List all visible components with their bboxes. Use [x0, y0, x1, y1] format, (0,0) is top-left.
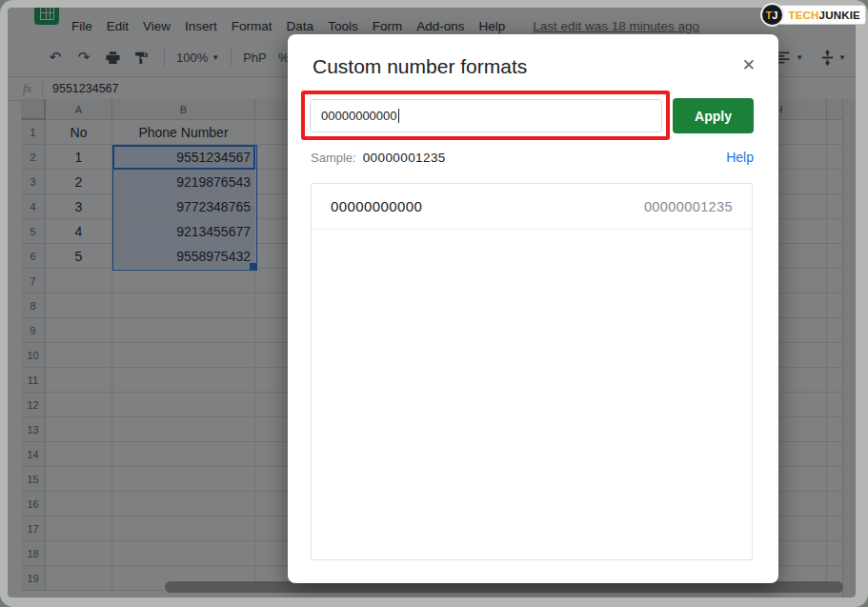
- format-input-value: 00000000000: [321, 109, 397, 123]
- sample-value: 00000001235: [363, 151, 446, 165]
- format-preview: 00000001235: [644, 199, 733, 214]
- sample-row: Sample: 00000001235 Help: [311, 150, 754, 165]
- techjunkie-watermark: TJ TECHJUNKIE: [760, 3, 867, 27]
- format-list-item[interactable]: 00000000000 00000001235: [312, 184, 752, 230]
- format-input[interactable]: 00000000000: [310, 99, 662, 132]
- help-link[interactable]: Help: [726, 150, 754, 165]
- format-pattern: 00000000000: [331, 198, 422, 214]
- sample-label: Sample:: [311, 151, 356, 165]
- custom-number-formats-dialog: Custom number formats ✕ 00000000000 Appl…: [288, 34, 778, 583]
- apply-button[interactable]: Apply: [673, 98, 754, 133]
- text-cursor: [398, 109, 399, 123]
- techjunkie-logo-icon: TJ: [760, 3, 784, 27]
- sheets-app: FileEditViewInsertFormatDataToolsFormAdd…: [8, 8, 856, 597]
- format-list: 00000000000 00000001235: [311, 183, 753, 560]
- close-icon[interactable]: ✕: [742, 55, 756, 75]
- techjunkie-brand-text: TECHJUNKIE: [778, 5, 867, 25]
- window-frame: FileEditViewInsertFormatDataToolsFormAdd…: [0, 0, 868, 607]
- dialog-title: Custom number formats: [313, 55, 527, 78]
- screenshot-stage: FileEditViewInsertFormatDataToolsFormAdd…: [0, 0, 868, 607]
